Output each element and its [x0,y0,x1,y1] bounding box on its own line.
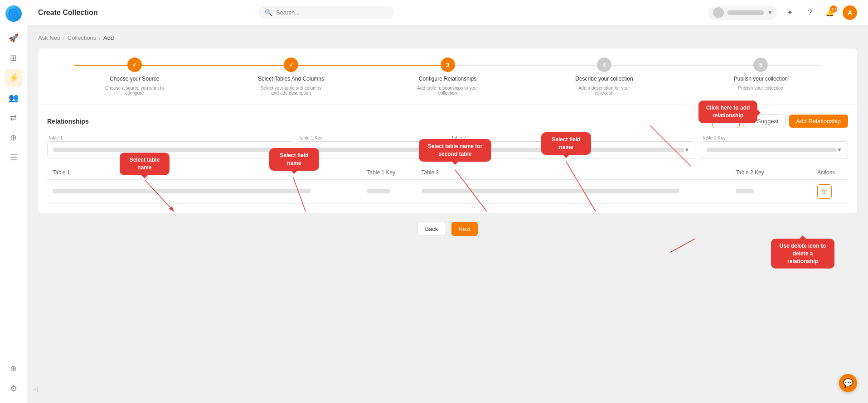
relationships-card: Relationships Next ✦ Suggest Add Relatio… [38,105,857,213]
dropdowns-row: Table 1 ▼ Table 1 Key ▼ [47,135,848,158]
step-5: 5 Publish your collection Publish your c… [683,58,839,91]
app-logo[interactable]: 🌀 [5,5,22,22]
sidebar-toggle[interactable]: →| [32,386,39,392]
sidebar-item-list[interactable]: ☰ [5,149,23,167]
step-circle-2: ✓ [284,58,298,72]
chat-button[interactable]: 💬 [839,374,857,392]
step-3: 3 Configure Relationships Add table rela… [369,58,526,96]
user-avatar-main[interactable]: A [843,5,857,20]
rel-header-row: Relationships Next ✦ Suggest Add Relatio… [47,114,848,128]
step-label-3: Configure Relationships [419,76,476,82]
table2key-select[interactable]: ▼ [701,141,848,158]
notification-badge: 10 [830,5,837,13]
td-table2-value [422,189,679,193]
help-icon[interactable]: ? [803,5,817,20]
col-table1: Table 1 [47,166,362,180]
main-wrapper: Create Collection 🔍 ▼ ✦ ? 🔔 10 A A [27,0,868,403]
td-table2key-value [736,189,754,193]
col-actions: Actions [812,166,848,180]
table2-arrow-icon: ▼ [684,147,690,153]
td-table1 [47,180,362,204]
tooltip-use-delete-icon: Use delete icon to delete a relationship [771,239,834,269]
user-avatar-small [713,7,724,18]
table-row: 🗑 [47,180,848,204]
table1key-dropdown-group: Table 1 Key ▼ [298,135,445,158]
breadcrumb-sep-2: / [99,34,101,41]
delete-row-button[interactable]: 🗑 [817,184,832,199]
header-right: ▼ ✦ ? 🔔 10 A [708,5,857,20]
step-circle-5: 5 [753,58,768,72]
next-button-top[interactable]: Next [712,114,740,128]
search-bar[interactable]: 🔍 [258,6,394,19]
breadcrumb-add: Add [103,34,114,41]
td-table2key [730,180,812,204]
search-input[interactable] [276,9,388,16]
page-title: Create Collection [38,9,98,17]
step-2: ✓ Select Tables And Columns Select your … [213,58,369,96]
table1-value [53,148,281,152]
breadcrumb: Ask Neo / Collections / Add [38,34,857,41]
suggest-button[interactable]: ✦ Suggest [743,114,786,128]
table1key-select[interactable]: ▼ [298,141,445,158]
step-label-5: Publish your collection [734,76,788,82]
table2-select[interactable]: ▼ [451,141,696,158]
table2key-arrow-icon: ▼ [837,147,842,153]
relationships-title: Relationships [47,118,89,125]
suggest-icon: ✦ [750,118,755,125]
td-table1key-value [367,189,390,193]
chevron-down-icon: ▼ [767,10,773,16]
back-button[interactable]: Back [417,222,446,236]
table1-select[interactable]: ▼ [47,141,292,158]
table1-arrow-icon: ▼ [281,147,286,153]
table1key-arrow-icon: ▼ [434,147,439,153]
rel-header-actions: Next ✦ Suggest Add Relationship [712,114,848,128]
user-name-blurred [727,10,764,15]
breadcrumb-asknow[interactable]: Ask Neo [38,34,60,41]
user-chip[interactable]: ▼ [708,5,777,20]
svg-line-5 [670,239,695,252]
table2key-label: Table 2 Key [701,135,848,140]
step-label-4: Describe your collection [575,76,633,82]
step-1: ✓ Choose your Source Choose a source you… [56,58,213,96]
relationships-table: Table 1 Table 1 Key Table 2 Table 2 Key … [47,166,848,204]
table2-dropdown-group: Table 2 ▼ [451,135,696,158]
spark-icon[interactable]: ✦ [783,5,797,20]
content-area: ✓ Choose your Source Choose a source you… [38,48,857,213]
table1key-label: Table 1 Key [298,135,445,140]
sidebar: 🌀 🚀 ⊞ ⚡ 👥 ⇄ ⊕ ☰ ⊕ ⚙ [0,0,27,403]
sidebar-item-grid[interactable]: ⊞ [5,49,23,67]
col-table1key: Table 1 Key [362,166,416,180]
bottom-actions: Back Next [38,222,857,236]
step-circle-1: ✓ [127,58,142,72]
step-sublabel-1: Choose a source you want to configure [103,86,166,96]
bell-icon[interactable]: 🔔 10 [823,5,837,20]
add-relationship-button[interactable]: Add Relationship [789,115,848,128]
step-sublabel-4: Add a description for your collection [572,86,636,96]
breadcrumb-sep-1: / [63,34,65,41]
col-table2key: Table 2 Key [730,166,812,180]
page-content: Ask Neo / Collections / Add ✓ Choos [27,25,868,403]
step-circle-4: 4 [597,58,611,72]
table2key-value [707,148,837,152]
step-sublabel-5: Publish your collection [738,86,784,91]
next-button-bottom[interactable]: Next [451,222,478,236]
table2-value [456,148,684,152]
sidebar-item-launch[interactable]: 🚀 [5,29,23,47]
stepper: ✓ Choose your Source Choose a source you… [38,48,857,105]
sidebar-item-add[interactable]: ⊕ [5,360,23,378]
td-table1-value [53,189,310,193]
search-icon: 🔍 [265,9,272,16]
breadcrumb-collections[interactable]: Collections [68,34,97,41]
sidebar-item-ai[interactable]: ⊕ [5,129,23,147]
sidebar-item-users[interactable]: 👥 [5,89,23,107]
sidebar-item-relationships[interactable]: ⇄ [5,109,23,127]
step-label-2: Select Tables And Columns [258,76,324,82]
step-label-1: Choose your Source [110,76,159,82]
td-actions: 🗑 [812,180,848,204]
table1key-value [304,148,434,152]
sidebar-item-connectors[interactable]: ⚡ [5,69,23,87]
table1-dropdown-group: Table 1 ▼ [47,135,292,158]
sidebar-item-settings[interactable]: ⚙ [5,379,23,398]
suggest-label: Suggest [757,118,779,125]
step-4: 4 Describe your collection Add a descrip… [526,58,682,96]
